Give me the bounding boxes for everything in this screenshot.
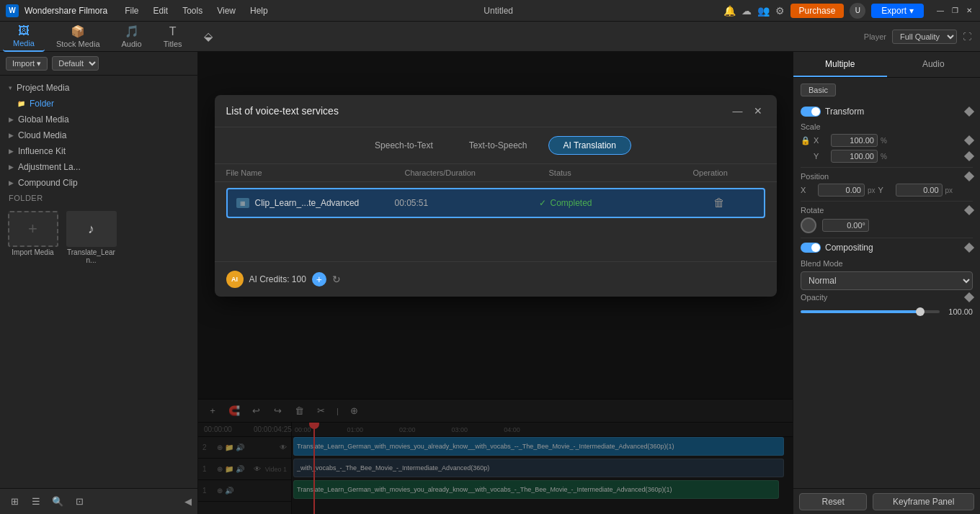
- user-avatar[interactable]: U: [850, 3, 865, 19]
- search-icon[interactable]: 🔍: [49, 493, 66, 510]
- tab-speech-to-text[interactable]: Speech-to-Text: [360, 136, 448, 155]
- tree-item-label: Influence Kit: [18, 146, 66, 156]
- dialog-minimize-button[interactable]: —: [731, 104, 745, 118]
- export-button[interactable]: Export ▾: [871, 4, 924, 18]
- fullscreen-icon[interactable]: ⛶: [963, 32, 971, 42]
- media-item-name: Translate_Learn...: [64, 248, 118, 264]
- tree-global-media[interactable]: ▶ Global Media: [0, 112, 197, 127]
- scale-y-input[interactable]: 100.00: [831, 150, 878, 163]
- opacity-label: Opacity: [801, 293, 827, 302]
- center-area: + 🧲 ↩ ↪ 🗑 ✂ | ⊕ 00:00:00 00:00:04:25 2: [198, 52, 793, 514]
- collapse-icon[interactable]: ◀: [184, 496, 192, 507]
- basic-badge[interactable]: Basic: [801, 84, 836, 96]
- tab-ai-translation[interactable]: AI Translation: [548, 136, 631, 155]
- rotate-keyframe-icon[interactable]: [964, 205, 974, 215]
- filter-icon[interactable]: ⊡: [71, 493, 88, 510]
- scale-x-input[interactable]: 100.00: [831, 134, 878, 147]
- lock-icon: 🔒: [801, 135, 811, 145]
- tab-multiple[interactable]: Multiple: [793, 52, 887, 77]
- cloud-icon[interactable]: ☁: [741, 5, 752, 17]
- rotate-input[interactable]: 0.00°: [822, 219, 869, 232]
- expand-icon: ▶: [9, 179, 14, 186]
- left-panel: Import ▾ Default ▾ Project Media 📁 Folde…: [0, 52, 198, 514]
- tab-more[interactable]: ⬙: [194, 27, 223, 46]
- transform-toggle[interactable]: [801, 107, 821, 117]
- export-label: Export: [881, 6, 906, 16]
- tab-stock-media[interactable]: 📦 Stock Media: [46, 22, 110, 51]
- quality-select[interactable]: Full Quality: [892, 30, 957, 44]
- scale-x-keyframe-icon[interactable]: [964, 135, 974, 145]
- tree-influence-kit[interactable]: ▶ Influence Kit: [0, 143, 197, 159]
- main-layout: Import ▾ Default ▾ Project Media 📁 Folde…: [0, 52, 980, 514]
- position-y-input[interactable]: 0.00: [896, 184, 943, 197]
- delete-row-button[interactable]: 🗑: [713, 197, 725, 209]
- blend-mode-select[interactable]: Normal: [801, 271, 973, 290]
- dialog-window-controls: — ✕: [731, 104, 765, 118]
- community-icon[interactable]: 👥: [757, 5, 770, 17]
- tree-compound-clip[interactable]: ▶ Compound Clip: [0, 175, 197, 191]
- position-section: Position X 0.00 px Y 0.00 px: [801, 172, 973, 197]
- menu-help[interactable]: Help: [244, 4, 274, 17]
- scale-x-row: 🔒 X 100.00 %: [801, 134, 973, 147]
- settings-icon[interactable]: ⚙: [775, 5, 785, 17]
- keyframe-panel-button[interactable]: Keyframe Panel: [873, 493, 974, 510]
- tab-media[interactable]: 🖼 Media: [3, 22, 45, 52]
- table-row[interactable]: ▦ Clip_Learn_...te_Advanced 00:05:51 ✓ C…: [226, 188, 765, 218]
- grid-view-icon[interactable]: ⊞: [6, 493, 23, 510]
- dialog-close-button[interactable]: ✕: [751, 104, 765, 118]
- opacity-thumb[interactable]: [916, 307, 925, 316]
- file-cell: ▦ Clip_Learn_...te_Advanced: [236, 198, 395, 208]
- rotate-dial[interactable]: [801, 217, 816, 233]
- purchase-button[interactable]: Purchase: [790, 4, 845, 18]
- notification-icon[interactable]: 🔔: [723, 5, 736, 17]
- tree-adjustment-layer[interactable]: ▶ Adjustment La...: [0, 159, 197, 175]
- tree-project-media[interactable]: ▾ Project Media: [0, 80, 197, 96]
- tab-text-to-speech[interactable]: Text-to-Speech: [454, 136, 543, 155]
- menu-file[interactable]: File: [119, 4, 144, 17]
- toolbar-right: Player Full Quality ⛶: [864, 30, 977, 44]
- minimize-button[interactable]: —: [935, 6, 945, 16]
- menu-edit[interactable]: Edit: [148, 4, 174, 17]
- col-operation: Operation: [693, 168, 765, 177]
- title-bar: W Wondershare Filmora File Edit Tools Vi…: [0, 0, 980, 22]
- position-x-input[interactable]: 0.00: [818, 184, 865, 197]
- export-chevron-icon: ▾: [909, 6, 914, 16]
- transform-section: Transform: [801, 107, 973, 117]
- right-panel-content: Basic Transform Scale 🔒 X 100.00 %: [793, 78, 980, 488]
- add-media-button[interactable]: +: [8, 211, 58, 247]
- tree-item-label: Folder: [30, 99, 54, 109]
- add-credits-button[interactable]: +: [312, 272, 326, 287]
- position-keyframe-icon[interactable]: [964, 171, 974, 181]
- folder-select[interactable]: Default: [52, 56, 99, 71]
- close-button[interactable]: ✕: [964, 6, 974, 16]
- rotate-label: Rotate: [801, 206, 824, 215]
- menu-view[interactable]: View: [211, 4, 241, 17]
- refresh-icon[interactable]: ↻: [332, 274, 341, 285]
- tree-item-label: Compound Clip: [18, 178, 78, 188]
- tree-folder[interactable]: 📁 Folder: [0, 96, 197, 112]
- scale-y-keyframe-icon[interactable]: [964, 151, 974, 161]
- opacity-keyframe-icon[interactable]: [964, 292, 974, 302]
- opacity-value: 100.00: [944, 307, 973, 316]
- music-icon: ♪: [88, 222, 94, 237]
- import-button[interactable]: Import ▾: [6, 57, 48, 71]
- media-item[interactable]: ♪ Translate_Learn...: [64, 211, 118, 264]
- tab-audio[interactable]: Audio: [887, 52, 981, 77]
- maximize-button[interactable]: ❐: [950, 6, 960, 16]
- opacity-slider[interactable]: [801, 310, 940, 313]
- add-media-item[interactable]: + Import Media: [6, 211, 60, 264]
- reset-button[interactable]: Reset: [799, 493, 867, 510]
- transform-keyframe-icon[interactable]: [964, 107, 974, 117]
- menu-tools[interactable]: Tools: [177, 4, 208, 17]
- status-check-icon: ✓: [539, 198, 546, 208]
- tab-audio[interactable]: 🎵 Audio: [112, 22, 152, 51]
- compositing-toggle[interactable]: [801, 243, 821, 253]
- compositing-keyframe-icon[interactable]: [964, 243, 974, 253]
- import-label: Import: [12, 59, 35, 68]
- list-view-icon[interactable]: ☰: [27, 493, 45, 510]
- tab-titles[interactable]: T Titles: [153, 22, 192, 51]
- duration-cell: 00:05:51: [395, 198, 539, 208]
- expand-icon: ▶: [9, 148, 14, 155]
- audio-icon: 🎵: [125, 24, 139, 38]
- tree-cloud-media[interactable]: ▶ Cloud Media: [0, 127, 197, 143]
